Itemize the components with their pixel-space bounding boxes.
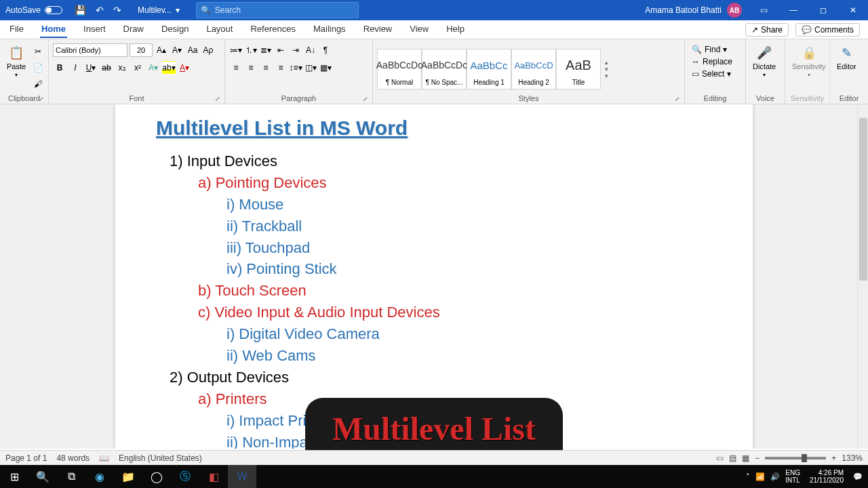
redo-icon[interactable]: ↷ xyxy=(113,5,121,16)
shrink-font-icon[interactable]: A▾ xyxy=(170,43,184,57)
save-icon[interactable]: 💾 xyxy=(75,5,86,16)
highlight-icon[interactable]: ab▾ xyxy=(162,61,176,75)
share-button[interactable]: ↗ Share xyxy=(745,23,789,37)
autosave-toggle[interactable]: AutoSave xyxy=(0,5,68,15)
word-icon[interactable]: W xyxy=(228,465,256,488)
change-case-icon[interactable]: Aa xyxy=(186,43,199,57)
edge-icon[interactable]: ◉ xyxy=(85,465,114,488)
list-item[interactable]: i) Digital Video Camera xyxy=(226,323,712,345)
ribbon-options-icon[interactable]: ▭ xyxy=(749,0,778,20)
list-item[interactable]: a) Pointing Devices xyxy=(198,172,712,194)
show-marks-icon[interactable]: ¶ xyxy=(319,43,332,57)
grow-font-icon[interactable]: A▴ xyxy=(155,43,168,57)
superscript-button[interactable]: x² xyxy=(131,61,144,75)
word-count[interactable]: 48 words xyxy=(56,453,90,463)
close-icon[interactable]: ✕ xyxy=(838,0,868,20)
volume-icon[interactable]: 🔊 xyxy=(770,472,780,481)
cut-icon[interactable]: ✂ xyxy=(31,45,45,58)
text-effects-icon[interactable]: A▾ xyxy=(146,61,160,75)
zoom-slider[interactable] xyxy=(765,457,826,460)
tab-references[interactable]: References xyxy=(249,21,296,38)
list-item[interactable]: iv) Pointing Stick xyxy=(226,258,712,280)
align-left-icon[interactable]: ≡ xyxy=(229,61,243,75)
strike-button[interactable]: ab xyxy=(100,61,113,75)
shading-icon[interactable]: ◫▾ xyxy=(304,61,317,75)
spellcheck-icon[interactable]: 📖 xyxy=(99,453,109,463)
increase-indent-icon[interactable]: ⇥ xyxy=(289,43,302,57)
style--no-spac-[interactable]: AaBbCcDc¶ No Spac... xyxy=(422,49,467,89)
search-input[interactable]: 🔍 Search xyxy=(196,2,359,18)
style-heading-1[interactable]: AaBbCcHeading 1 xyxy=(467,49,511,89)
list-item[interactable]: b) Touch Screen xyxy=(198,280,712,302)
list-item[interactable]: i) Mouse xyxy=(226,194,712,216)
web-view-icon[interactable]: ▦ xyxy=(742,453,749,463)
font-color-icon[interactable]: A▾ xyxy=(178,61,191,75)
document-title[interactable]: Multilev...▾ xyxy=(128,5,189,15)
multilevel-icon[interactable]: ≣▾ xyxy=(259,43,273,57)
list-item[interactable]: ii) Web Cams xyxy=(226,345,712,367)
line-spacing-icon[interactable]: ↕≡▾ xyxy=(289,61,302,75)
list-item[interactable]: iii) Touchpad xyxy=(226,237,712,259)
vertical-scrollbar[interactable] xyxy=(857,104,868,449)
wifi-icon[interactable]: 📶 xyxy=(755,472,765,481)
underline-button[interactable]: U▾ xyxy=(84,61,98,75)
list-item[interactable]: 1) Input Devices xyxy=(170,150,712,172)
editor-button[interactable]: ✎Editor xyxy=(834,43,859,72)
list-item[interactable]: c) Video Input & Audio Input Devices xyxy=(198,302,712,323)
style-heading-2[interactable]: AaBbCcDHeading 2 xyxy=(511,49,556,89)
chrome-icon[interactable]: ◯ xyxy=(142,465,171,488)
tab-file[interactable]: File xyxy=(8,21,25,38)
print-view-icon[interactable]: ▤ xyxy=(729,453,736,463)
comments-button[interactable]: 💬 Comments xyxy=(795,23,860,37)
user-info[interactable]: Amama Batool Bhatti AB xyxy=(638,3,749,18)
numbering-icon[interactable]: ⒈▾ xyxy=(244,43,258,57)
app-icon[interactable]: ◧ xyxy=(199,465,228,488)
list-item[interactable]: ii) Trackball xyxy=(226,216,712,237)
page[interactable]: Multilevel List in MS Word 1) Input Devi… xyxy=(115,104,753,449)
styles-down-icon[interactable]: ▾ xyxy=(605,66,608,73)
find-button[interactable]: 🔍 Find ▾ xyxy=(689,43,730,56)
format-painter-icon[interactable]: 🖌 xyxy=(31,77,45,91)
explorer-icon[interactable]: 📁 xyxy=(114,465,142,488)
italic-button[interactable]: I xyxy=(68,61,82,75)
styles-more-icon[interactable]: ▾ xyxy=(605,73,608,79)
borders-icon[interactable]: ▦▾ xyxy=(319,61,332,75)
skype-icon[interactable]: Ⓢ xyxy=(171,465,199,488)
font-size-input[interactable] xyxy=(130,43,153,57)
tray-chevron-icon[interactable]: ˄ xyxy=(746,472,750,481)
tab-review[interactable]: Review xyxy=(362,21,394,38)
tab-layout[interactable]: Layout xyxy=(205,21,234,38)
undo-icon[interactable]: ↶ xyxy=(96,5,104,16)
zoom-in-icon[interactable]: + xyxy=(831,453,836,463)
paste-button[interactable]: 📋 Paste▾ xyxy=(4,43,28,79)
doc-heading[interactable]: Multilevel List in MS Word xyxy=(156,117,712,140)
zoom-level[interactable]: 133% xyxy=(842,453,863,463)
subscript-button[interactable]: x₂ xyxy=(115,61,129,75)
tab-view[interactable]: View xyxy=(408,21,430,38)
maximize-icon[interactable]: ◻ xyxy=(808,0,838,20)
styles-up-icon[interactable]: ▴ xyxy=(605,59,608,66)
start-button[interactable]: ⊞ xyxy=(0,465,28,488)
decrease-indent-icon[interactable]: ⇤ xyxy=(274,43,288,57)
styles-gallery[interactable]: AaBbCcDc¶ NormalAaBbCcDc¶ No Spac...AaBb… xyxy=(377,49,601,89)
tab-help[interactable]: Help xyxy=(445,21,466,38)
minimize-icon[interactable]: — xyxy=(778,0,808,20)
search-taskbar-icon[interactable]: 🔍 xyxy=(28,465,57,488)
notifications-icon[interactable]: 💬 xyxy=(853,472,863,481)
copy-icon[interactable]: 📄 xyxy=(31,61,45,75)
style-title[interactable]: AaBTitle xyxy=(556,49,601,89)
tab-mailings[interactable]: Mailings xyxy=(312,21,347,38)
bold-button[interactable]: B xyxy=(53,61,66,75)
tab-draw[interactable]: Draw xyxy=(122,21,145,38)
sort-icon[interactable]: A↓ xyxy=(304,43,317,57)
document-canvas[interactable]: Multilevel List in MS Word 1) Input Devi… xyxy=(0,104,868,449)
tab-design[interactable]: Design xyxy=(160,21,190,38)
replace-button[interactable]: ↔ Replace xyxy=(689,56,735,68)
style--normal[interactable]: AaBbCcDc¶ Normal xyxy=(377,49,422,89)
list-item[interactable]: 2) Output Devices xyxy=(170,367,712,388)
tab-home[interactable]: Home xyxy=(40,21,67,38)
page-indicator[interactable]: Page 1 of 1 xyxy=(5,453,47,463)
bullets-icon[interactable]: ≔▾ xyxy=(229,43,243,57)
focus-view-icon[interactable]: ▭ xyxy=(716,453,724,463)
select-button[interactable]: ▭ Select ▾ xyxy=(689,68,734,80)
